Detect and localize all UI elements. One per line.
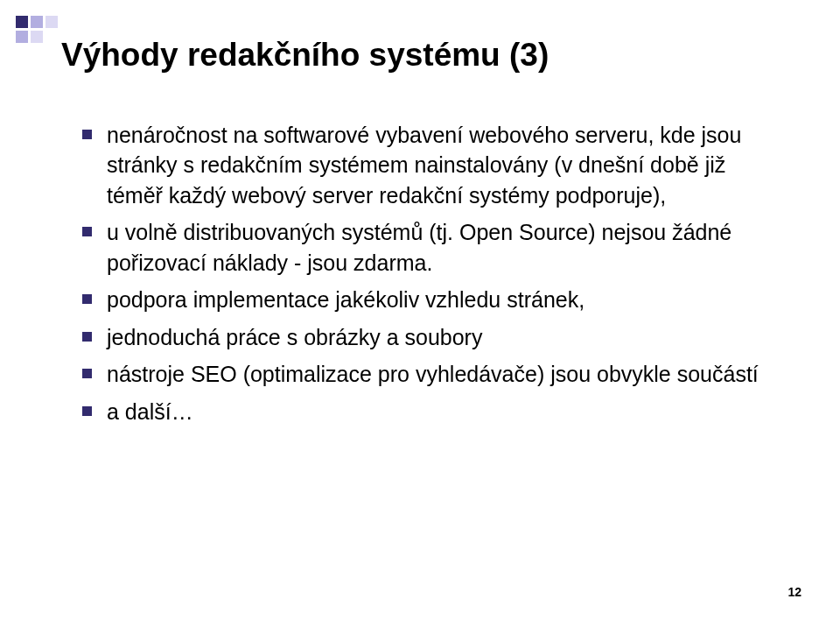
list-item: u volně distribuovaných systémů (tj. Ope… [82,217,779,278]
slide-title: Výhody redakčního systému (3) [61,37,779,74]
bullet-list: nenáročnost na softwarové vybavení webov… [61,120,779,427]
logo-square-icon [31,31,43,43]
page-number: 12 [788,585,802,599]
logo-square-icon [46,16,58,28]
logo-square-icon [31,16,43,28]
list-item: jednoduchá práce s obrázky a soubory [82,322,779,353]
corner-logo [16,16,58,43]
logo-square-icon [16,16,28,28]
list-item: podpora implementace jakékoliv vzhledu s… [82,285,779,315]
logo-square-icon [46,31,58,43]
list-item: nenáročnost na softwarové vybavení webov… [82,120,779,211]
list-item: nástroje SEO (optimalizace pro vyhledáva… [82,359,779,390]
logo-square-icon [16,31,28,43]
list-item: a další… [82,397,779,427]
slide-page: Výhody redakčního systému (3) nenáročnos… [0,0,840,620]
